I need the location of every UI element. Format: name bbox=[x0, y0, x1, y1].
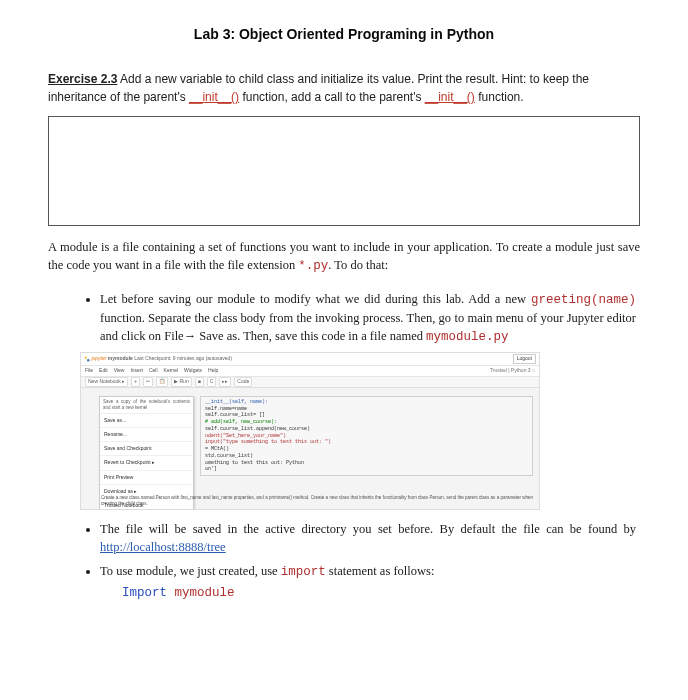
jupyter-screenshot: jupyter mymodule Last Checkpoint: 9 minu… bbox=[80, 352, 540, 510]
toolbar-cut-icon[interactable]: ✂ bbox=[143, 377, 153, 386]
menu-view[interactable]: View bbox=[114, 367, 125, 374]
exercise-text-3: function. bbox=[475, 90, 524, 104]
jupyter-doc-name: mymodule bbox=[106, 355, 132, 361]
menu-widgets[interactable]: Widgets bbox=[184, 367, 202, 374]
init-function-ref-1: __init__() bbox=[189, 90, 239, 104]
jupyter-logo-icon bbox=[84, 356, 90, 362]
code-line: udent("Set_here_your_name") bbox=[205, 433, 286, 439]
module-text-2: . To do that: bbox=[328, 258, 388, 272]
module-paragraph: A module is a file containing a set of f… bbox=[48, 238, 640, 275]
svg-point-0 bbox=[85, 357, 87, 359]
arrow-icon: → bbox=[184, 329, 197, 343]
toolbar-stop-icon[interactable]: ■ bbox=[195, 377, 204, 386]
toolbar-restart-icon[interactable]: C bbox=[207, 377, 217, 386]
dropdown-revert[interactable]: Revert to Checkpoint ▸ bbox=[100, 456, 193, 470]
jupyter-menubar: File Edit View Insert Cell Kernel Widget… bbox=[81, 366, 539, 377]
exercise-paragraph: Exercise 2.3 Add a new variable to child… bbox=[48, 70, 640, 106]
bullet1-text-3: Save as. Then, save this code in a file … bbox=[196, 329, 426, 343]
file-extension: *.py bbox=[298, 259, 328, 273]
exercise-label: Exercise 2.3 bbox=[48, 72, 117, 86]
svg-point-1 bbox=[87, 359, 89, 361]
code-line: self.course_list.append(new_course) bbox=[205, 426, 528, 433]
logout-button[interactable]: Logout bbox=[513, 354, 536, 363]
toolbar-new[interactable]: New Notebook ▸ bbox=[85, 377, 128, 386]
jupyter-brand-text: jupyter bbox=[91, 355, 106, 361]
import-kw: Import bbox=[122, 586, 167, 600]
localhost-link[interactable]: http://localhost:8888/tree bbox=[100, 540, 226, 554]
import-keyword: import bbox=[281, 565, 326, 579]
code-line: # add(self, new_course): bbox=[205, 419, 277, 425]
greeting-function: greeting(name) bbox=[531, 293, 636, 307]
jupyter-header: jupyter mymodule Last Checkpoint: 9 minu… bbox=[81, 353, 539, 366]
code-line: omething to test this out: Python bbox=[205, 460, 528, 467]
code-line: on'] bbox=[205, 466, 528, 473]
toolbar-add-icon[interactable]: + bbox=[131, 377, 140, 386]
menu-insert[interactable]: Insert bbox=[130, 367, 143, 374]
menu-edit[interactable]: Edit bbox=[99, 367, 108, 374]
module-filename: mymodule.py bbox=[426, 330, 509, 344]
toolbar-run[interactable]: ▶ Run bbox=[171, 377, 192, 386]
file-dropdown: Save a copy of the notebook's contents a… bbox=[99, 396, 194, 510]
jupyter-body: Save a copy of the notebook's contents a… bbox=[81, 388, 539, 509]
bullet2-text: The file will be saved in the active dir… bbox=[100, 522, 636, 536]
menu-cell[interactable]: Cell bbox=[149, 367, 158, 374]
dropdown-save-as[interactable]: Save as... bbox=[100, 414, 193, 428]
kernel-status: Trusted | Python 3 ○ bbox=[490, 367, 535, 374]
menu-help[interactable]: Help bbox=[208, 367, 218, 374]
dropdown-header: Save a copy of the notebook's contents a… bbox=[100, 397, 193, 414]
code-line: = MCtA() bbox=[205, 446, 528, 453]
toolbar-paste-icon[interactable]: 📋 bbox=[156, 377, 168, 386]
code-line: self.course_list= [] bbox=[205, 412, 528, 419]
list-item: To use module, we just created, use impo… bbox=[100, 562, 636, 602]
jupyter-brand: jupyter mymodule Last Checkpoint: 9 minu… bbox=[84, 355, 232, 362]
menu-kernel[interactable]: Kernel bbox=[164, 367, 178, 374]
toolbar-ff-icon[interactable]: ▸▸ bbox=[219, 377, 231, 386]
dropdown-print-preview[interactable]: Print Preview bbox=[100, 471, 193, 485]
exercise-text-2: function, add a call to the parent's bbox=[239, 90, 425, 104]
import-statement: Import mymodule bbox=[122, 583, 636, 602]
init-function-ref-2: __init__() bbox=[425, 90, 475, 104]
menu-file[interactable]: File bbox=[85, 367, 93, 374]
dropdown-save-checkpoint[interactable]: Save and Checkpoint bbox=[100, 442, 193, 456]
bullet3-text-1: To use module, we just created, use bbox=[100, 564, 281, 578]
answer-box bbox=[48, 116, 640, 226]
list-item: The file will be saved in the active dir… bbox=[100, 520, 636, 556]
code-line: self.name=name bbox=[205, 406, 528, 413]
dropdown-rename[interactable]: Rename... bbox=[100, 428, 193, 442]
bullet3-text-2: statement as follows: bbox=[326, 564, 435, 578]
page-title: Lab 3: Object Oriented Programing in Pyt… bbox=[48, 24, 640, 44]
list-item: Let before saving our module to modify w… bbox=[100, 290, 636, 510]
bullet1-text-1: Let before saving our module to modify w… bbox=[100, 292, 531, 306]
toolbar-celltype[interactable]: Code bbox=[234, 377, 252, 386]
screenshot-caption: Create a new class named Person with fir… bbox=[101, 495, 533, 506]
code-line: std.course_list) bbox=[205, 453, 528, 460]
code-cell: __init__(self, name): self.name=name sel… bbox=[200, 396, 533, 476]
code-line: __init__(self, name): bbox=[205, 399, 268, 405]
jupyter-checkpoint: Last Checkpoint: 9 minutes ago (autosave… bbox=[134, 355, 232, 361]
instruction-list: Let before saving our module to modify w… bbox=[48, 290, 640, 603]
jupyter-toolbar: New Notebook ▸ + ✂ 📋 ▶ Run ■ C ▸▸ Code bbox=[81, 377, 539, 388]
import-module: mymodule bbox=[167, 586, 235, 600]
code-line: input("type something to test this out: … bbox=[205, 439, 331, 445]
